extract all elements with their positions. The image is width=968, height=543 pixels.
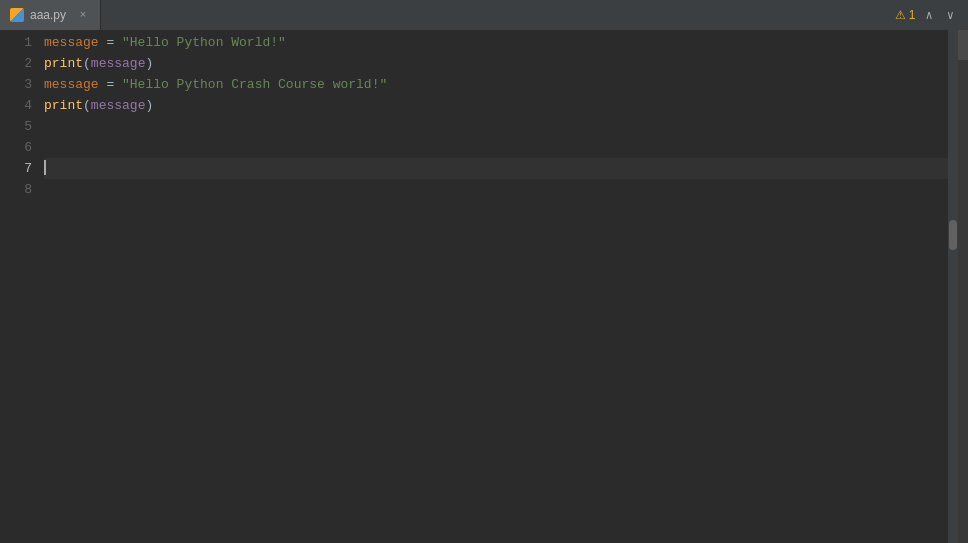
tab-filename: aaa.py	[30, 8, 66, 22]
token-string2: "Hello Python Crash Course world!"	[122, 74, 387, 95]
minimap-highlight	[958, 30, 968, 60]
vertical-scrollbar[interactable]	[948, 30, 958, 543]
token-string: "Hello Python World!"	[122, 32, 286, 53]
token-var-ref2: message	[91, 95, 146, 116]
warning-icon: ⚠	[895, 8, 906, 22]
warning-count: 1	[909, 8, 916, 22]
line-number-6: 6	[0, 137, 32, 158]
code-line-3: message = "Hello Python Crash Course wor…	[44, 74, 948, 95]
code-line-7	[44, 158, 948, 179]
line-number-7: 7	[0, 158, 32, 179]
token-paren-close: )	[145, 53, 153, 74]
token-fn2: print	[44, 95, 83, 116]
file-icon	[10, 8, 24, 22]
tab-bar: aaa.py × ⚠ 1 ∧ ∨	[0, 0, 968, 30]
code-line-2: print ( message )	[44, 53, 948, 74]
code-line-1: message = "Hello Python World!"	[44, 32, 948, 53]
chevron-down-icon[interactable]: ∨	[943, 6, 958, 25]
line-number-2: 2	[0, 53, 32, 74]
editor-area: 1 2 3 4 5 6 7 8 message = "Hello Python …	[0, 30, 968, 543]
tab-close-button[interactable]: ×	[76, 8, 90, 22]
token-paren-open: (	[83, 53, 91, 74]
minimap	[958, 30, 968, 543]
scrollbar-thumb[interactable]	[949, 220, 957, 250]
warning-badge[interactable]: ⚠ 1	[895, 8, 916, 22]
line-number-3: 3	[0, 74, 32, 95]
line-number-4: 4	[0, 95, 32, 116]
line-number-1: 1	[0, 32, 32, 53]
token-var-ref: message	[91, 53, 146, 74]
tab-bar-actions: ⚠ 1 ∧ ∨	[895, 0, 958, 30]
token-paren-close2: )	[145, 95, 153, 116]
line-numbers-gutter: 1 2 3 4 5 6 7 8	[0, 30, 40, 543]
file-tab[interactable]: aaa.py ×	[0, 0, 101, 30]
code-content[interactable]: message = "Hello Python World!" print ( …	[40, 30, 948, 543]
text-cursor	[44, 160, 46, 175]
line-number-8: 8	[0, 179, 32, 200]
token-op2: =	[99, 74, 122, 95]
line-number-5: 5	[0, 116, 32, 137]
code-line-5	[44, 116, 948, 137]
chevron-up-icon[interactable]: ∧	[922, 6, 937, 25]
code-line-6	[44, 137, 948, 158]
code-line-4: print ( message )	[44, 95, 948, 116]
code-line-8	[44, 179, 948, 200]
token-paren-open2: (	[83, 95, 91, 116]
token-var: message	[44, 32, 99, 53]
token-op: =	[99, 32, 122, 53]
token-var2: message	[44, 74, 99, 95]
token-fn: print	[44, 53, 83, 74]
